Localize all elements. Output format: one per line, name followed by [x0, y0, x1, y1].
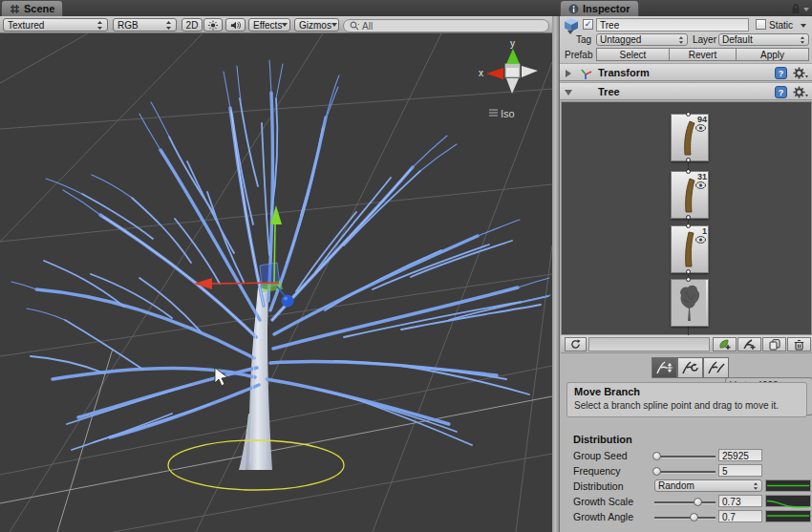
branch-node-2[interactable]: 31 — [671, 171, 709, 219]
duplicate-node-button[interactable] — [762, 337, 786, 351]
static-checkbox[interactable] — [756, 19, 766, 30]
help-icon[interactable]: ? — [775, 67, 787, 79]
lighting-toggle-button[interactable] — [203, 18, 223, 32]
effects-label: Effects — [253, 20, 282, 31]
toggle-2d-button[interactable]: 2D — [182, 18, 203, 32]
group-seed-slider-knob[interactable] — [652, 452, 661, 460]
transform-component-header[interactable]: Transform ? — [560, 63, 812, 81]
refresh-button[interactable] — [565, 337, 587, 351]
eye-icon[interactable] — [695, 181, 706, 189]
branch-node-3[interactable]: 1 — [671, 225, 709, 273]
audio-toggle-button[interactable] — [225, 18, 246, 32]
lock-icon[interactable] — [790, 3, 801, 14]
name-field[interactable] — [596, 18, 749, 32]
static-dropdown-arrow[interactable] — [801, 24, 806, 28]
render-mode-dropdown[interactable]: Textured — [3, 18, 108, 32]
tree-node-canvas[interactable]: 94 31 1 — [561, 101, 812, 335]
distribution-value: Random — [658, 480, 694, 491]
axis-y-label: y — [510, 38, 515, 49]
distribution-label: Distribution — [573, 480, 624, 492]
tree-component-header[interactable]: Tree ? — [560, 82, 812, 100]
color-mode-dropdown[interactable]: RGB — [113, 18, 177, 32]
gear-icon[interactable] — [793, 86, 808, 98]
tab-inspector[interactable]: Inspector — [560, 0, 639, 16]
growth-angle-field[interactable]: 0.7 — [718, 510, 762, 522]
group-seed-label: Group Seed — [573, 450, 628, 461]
popup-arrows-icon — [96, 20, 103, 31]
panel-divider[interactable] — [552, 16, 559, 532]
prefab-select-button[interactable]: Select — [596, 48, 670, 61]
move-branch-icon — [655, 360, 674, 375]
scene-tab-label: Scene — [24, 3, 54, 14]
inspector-menu-arrow-icon[interactable] — [803, 8, 809, 11]
scene-search-input[interactable]: All — [343, 19, 549, 32]
rotate-branch-tool-button[interactable] — [677, 357, 703, 378]
tree-foldout-icon[interactable] — [565, 90, 572, 96]
growth-scale-slider[interactable] — [654, 501, 716, 504]
iso-menu-icon — [489, 110, 498, 116]
active-checkbox[interactable]: ✓ — [583, 19, 593, 30]
branch-node-1[interactable]: 94 — [671, 114, 709, 161]
scene-toolbar: Textured RGB 2D Effects Gizmos — [0, 16, 552, 33]
eye-icon[interactable] — [695, 124, 706, 132]
prefab-revert-button[interactable]: Revert — [669, 48, 737, 61]
growth-scale-curve-preview[interactable] — [765, 495, 811, 507]
frequency-slider[interactable] — [654, 471, 716, 474]
gizmos-dropdown[interactable]: Gizmos — [294, 18, 339, 32]
tag-value: Untagged — [600, 34, 641, 45]
static-label: Static — [769, 20, 793, 31]
group-seed-slider[interactable] — [654, 456, 716, 458]
color-mode-value: RGB — [118, 20, 139, 31]
tool-help-title: Move Branch — [574, 386, 800, 397]
svg-text:?: ? — [779, 69, 784, 78]
gizmo-x-cone-icon[interactable] — [486, 68, 503, 79]
move-gizmo-y-axis[interactable] — [274, 223, 275, 284]
trash-icon — [794, 339, 804, 351]
transform-title: Transform — [598, 67, 650, 78]
popup-arrows-icon — [678, 35, 684, 45]
help-icon[interactable]: ? — [775, 86, 787, 98]
frequency-field[interactable]: 5 — [718, 464, 762, 477]
gameobject-icon-arrow[interactable] — [567, 31, 573, 34]
add-leaf-group-button[interactable] — [713, 337, 737, 351]
move-gizmo-z-handle[interactable] — [282, 295, 294, 308]
move-branch-tool-button[interactable] — [652, 357, 677, 378]
prefab-apply-button[interactable]: Apply — [736, 48, 809, 61]
popup-arrows-icon — [165, 20, 172, 31]
projection-label[interactable]: Iso — [501, 108, 515, 119]
gizmo-right-cone-icon[interactable] — [522, 66, 538, 77]
z-handle-highlight — [284, 297, 288, 301]
distribution-curve-preview[interactable] — [765, 479, 811, 492]
distribution-dropdown[interactable]: Random — [654, 479, 762, 492]
effects-dropdown[interactable]: Effects — [248, 18, 290, 32]
tree-root-node[interactable] — [671, 279, 709, 327]
tab-scene[interactable]: Scene — [1, 0, 63, 16]
growth-scale-field[interactable]: 0.73 — [718, 495, 762, 507]
svg-text:?: ? — [779, 88, 784, 97]
growth-angle-slider-knob[interactable] — [690, 513, 698, 521]
search-icon — [350, 21, 359, 31]
transform-foldout-icon[interactable] — [566, 70, 571, 77]
search-filter-value: All — [362, 21, 373, 32]
growth-angle-slider[interactable] — [654, 517, 716, 520]
gear-icon[interactable] — [793, 67, 808, 79]
node-editor-toolbar — [561, 335, 812, 353]
distribution-section-title: Distribution — [573, 434, 632, 445]
toggle-2d-label: 2D — [186, 20, 199, 31]
group-seed-field[interactable]: 25925 — [718, 449, 762, 461]
frequency-slider-knob[interactable] — [652, 467, 661, 476]
orientation-gizmo[interactable]: y x Iso — [479, 38, 538, 119]
growth-angle-curve-preview[interactable] — [765, 510, 811, 522]
layer-dropdown[interactable]: Default — [718, 33, 809, 46]
growth-scale-slider-knob[interactable] — [694, 498, 702, 506]
sun-icon — [208, 20, 218, 31]
eye-icon[interactable] — [695, 236, 706, 244]
scene-viewport[interactable]: y x Iso — [0, 33, 552, 532]
freehand-branch-tool-button[interactable] — [703, 357, 729, 378]
add-branch-group-button[interactable] — [737, 337, 761, 351]
move-gizmo-x-axis[interactable] — [208, 283, 279, 284]
tag-dropdown[interactable]: Untagged — [596, 33, 688, 46]
gizmo-y-cone-icon[interactable] — [506, 49, 520, 64]
delete-node-button[interactable] — [787, 337, 811, 351]
inspector-tab-label: Inspector — [583, 3, 630, 14]
